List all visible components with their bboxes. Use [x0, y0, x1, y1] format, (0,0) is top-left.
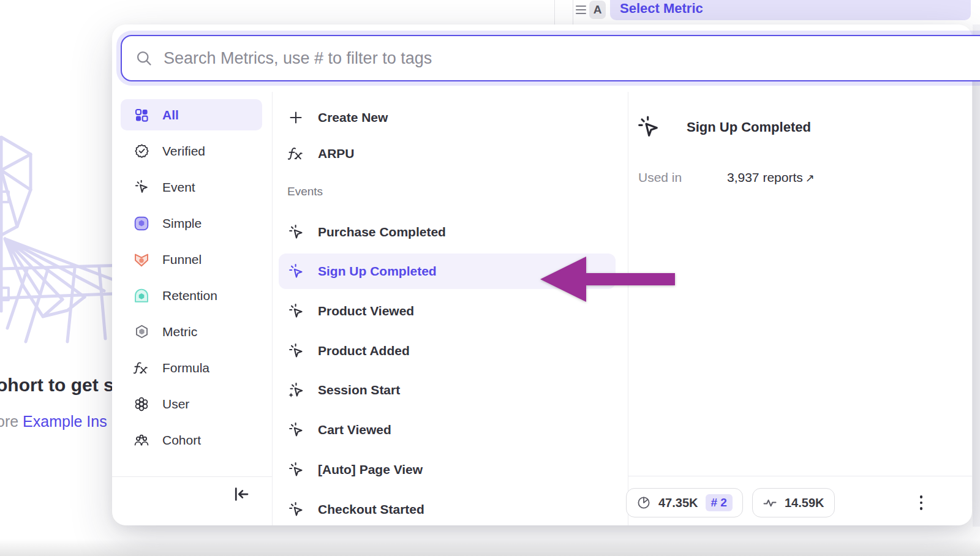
sidebar-item-metric[interactable]: Metric: [121, 316, 262, 347]
retention-icon: [134, 288, 149, 304]
user-cluster-icon: [134, 396, 149, 412]
sidebar-list-divider: [272, 92, 273, 525]
background-wireframe-illustration: [0, 133, 126, 348]
sidebar-footer-divider: [112, 476, 272, 477]
list-item-label: Sign Up Completed: [318, 264, 437, 279]
create-new-button[interactable]: Create New: [279, 102, 616, 133]
sidebar-item-verified[interactable]: Verified: [121, 135, 262, 167]
background-subtext-gray: ore: [0, 413, 23, 430]
sidebar-item-label: Simple: [162, 216, 202, 231]
drag-handle-icon[interactable]: [576, 6, 586, 14]
formula-fx-icon: [134, 360, 149, 376]
list-item-arpu[interactable]: ARPU: [279, 138, 616, 170]
sidebar-item-label: Funnel: [162, 252, 202, 267]
sidebar-item-funnel[interactable]: Funnel: [121, 244, 262, 275]
formula-fx-icon: [287, 145, 304, 162]
topbar-divider: [554, 0, 555, 24]
event-cursor-star-icon: [287, 381, 304, 399]
sidebar-item-retention[interactable]: Retention: [121, 280, 262, 311]
metric-picker-dialog: All Verified Event Simple Funnel: [112, 24, 972, 525]
list-item-sign-up-completed[interactable]: Sign Up Completed: [279, 254, 616, 289]
event-cursor-icon: [636, 115, 661, 140]
list-item-product-viewed[interactable]: Product Viewed: [279, 295, 616, 327]
stat-value: 47.35K: [658, 496, 698, 510]
list-item-label: Product Added: [318, 344, 410, 358]
sidebar-item-all[interactable]: All: [121, 99, 262, 130]
funnel-icon: [134, 252, 149, 268]
simple-icon: [134, 216, 149, 231]
rank-badge: # 2: [706, 494, 733, 511]
list-item-label: Cart Viewed: [318, 423, 391, 437]
sidebar-item-label: Cohort: [162, 433, 201, 448]
list-item-label: [Auto] Page View: [318, 462, 423, 477]
example-insights-link[interactable]: Example Ins: [23, 413, 107, 430]
detail-footer-divider: [628, 476, 972, 476]
reports-count: 3,937 reports: [727, 170, 803, 184]
pie-chart-icon: [636, 495, 651, 510]
sidebar-item-user[interactable]: User: [121, 388, 262, 419]
background-headline-fragment: ohort to get s: [0, 375, 114, 396]
sidebar-item-label: Event: [162, 180, 195, 195]
background-subtext-fragment: ore Example Ins: [0, 413, 107, 430]
sidebar-item-event[interactable]: Event: [121, 171, 262, 203]
event-cursor-icon: [287, 461, 304, 478]
search-field-wrap: [121, 35, 980, 81]
metric-hexagon-icon: [134, 324, 149, 340]
list-item-label: ARPU: [318, 146, 355, 161]
stat-value: 14.59K: [785, 496, 824, 510]
events-section-header: Events: [287, 185, 323, 198]
sidebar-item-label: User: [162, 397, 189, 411]
event-cursor-icon: [287, 421, 304, 438]
event-cursor-icon: [287, 302, 304, 320]
sidebar-item-simple[interactable]: Simple: [121, 208, 262, 239]
plus-icon: [287, 109, 304, 126]
sidebar-item-cohort[interactable]: Cohort: [121, 424, 262, 456]
search-icon: [135, 50, 153, 67]
sidebar-item-label: Verified: [162, 144, 205, 159]
total-count-stat-pill[interactable]: 47.35K # 2: [626, 488, 743, 517]
used-in-label: Used in: [638, 170, 682, 185]
more-options-kebab-icon[interactable]: [916, 491, 927, 514]
activity-icon: [763, 495, 777, 510]
list-item-cart-viewed[interactable]: Cart Viewed: [279, 414, 616, 446]
list-item-auto-page-view[interactable]: [Auto] Page View: [279, 454, 616, 486]
external-link-icon: ↗: [805, 172, 815, 184]
report-builder-topbar: A Select Metric: [0, 0, 980, 24]
grid-icon: [134, 107, 149, 123]
select-metric-button[interactable]: Select Metric: [610, 0, 971, 20]
list-item-label: Session Start: [318, 383, 400, 397]
event-cursor-icon: [287, 342, 304, 359]
list-item-label: Product Viewed: [318, 304, 414, 318]
event-cursor-icon: [287, 224, 304, 241]
list-item-product-added[interactable]: Product Added: [279, 335, 616, 367]
event-cursor-icon: [134, 179, 149, 195]
list-item-label: Checkout Started: [318, 502, 424, 517]
event-cursor-icon: [287, 501, 304, 518]
sidebar-item-label: Metric: [162, 325, 197, 339]
topbar-divider: [573, 0, 573, 24]
sidebar-item-formula[interactable]: Formula: [121, 352, 262, 383]
window-bottom-shadow: [0, 539, 980, 556]
series-letter-badge[interactable]: A: [589, 1, 606, 19]
list-item-purchase-completed[interactable]: Purchase Completed: [279, 216, 616, 248]
detail-title: Sign Up Completed: [687, 119, 811, 135]
select-metric-label: Select Metric: [620, 1, 703, 17]
sidebar-item-label: Retention: [162, 288, 217, 303]
list-item-label: Create New: [318, 110, 388, 125]
used-in-reports-link[interactable]: 3,937 reports↗: [727, 170, 815, 185]
verified-seal-icon: [134, 143, 149, 159]
collapse-sidebar-button[interactable]: [232, 485, 252, 503]
list-item-label: Purchase Completed: [318, 225, 446, 239]
list-item-checkout-started[interactable]: Checkout Started: [279, 494, 616, 525]
event-cursor-icon: [287, 263, 304, 280]
activity-stat-pill[interactable]: 14.59K: [752, 488, 835, 517]
list-detail-divider: [628, 92, 628, 525]
cohort-people-icon: [134, 432, 149, 448]
sidebar-item-label: Formula: [162, 361, 209, 375]
sidebar-item-label: All: [162, 108, 179, 122]
search-input[interactable]: [153, 49, 980, 68]
list-item-session-start[interactable]: Session Start: [279, 374, 616, 406]
search-box: [121, 35, 980, 81]
